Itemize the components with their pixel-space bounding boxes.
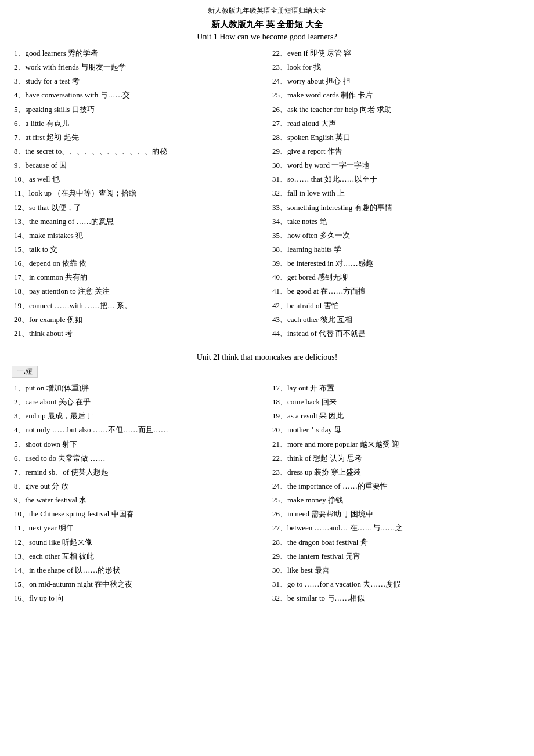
list-item: 13、each other 互相 彼此 <box>12 549 264 563</box>
list-item: 30、like best 最喜 <box>270 563 522 577</box>
list-item: 15、talk to 交 <box>12 243 264 256</box>
list-item: 4、not only ……but also ……不但……而且…… <box>12 423 264 437</box>
list-item: 11、next year 明年 <box>12 521 264 535</box>
list-item: 29、the lantern festival 元宵 <box>270 549 522 563</box>
section-divider <box>12 348 522 348</box>
list-item: 6、used to do 去常常做 …… <box>12 451 264 465</box>
list-item: 34、take notes 笔 <box>270 215 522 229</box>
list-item: 3、study for a test 考 <box>12 74 264 88</box>
list-item: 25、make word cards 制作 卡片 <box>270 88 522 102</box>
list-item: 11、look up （在典中等）查阅；拾瞻 <box>12 186 264 200</box>
list-item: 33、something interesting 有趣的事情 <box>270 201 522 215</box>
list-item: 18、come back 回来 <box>270 395 522 409</box>
list-item: 22、think of 想起 认为 思考 <box>270 451 522 465</box>
list-item: 18、pay attention to 注意 关注 <box>12 284 264 298</box>
list-item: 13、the meaning of ……的意思 <box>12 215 264 229</box>
list-item: 35、how often 多久一次 <box>270 229 522 243</box>
list-item: 10、the Chinese spring festival 中国春 <box>12 507 264 521</box>
unit2-section-label: 一.短 <box>12 366 522 381</box>
list-item: 5、shoot down 射下 <box>12 437 264 451</box>
list-item: 26、ask the teacher for help 向老 求助 <box>270 103 522 117</box>
list-item: 31、so…… that 如此……以至于 <box>270 172 522 186</box>
list-item: 40、get bored 感到无聊 <box>270 270 522 284</box>
list-item: 8、give out 分 放 <box>12 479 264 493</box>
list-item: 7、remind sb、of 使某人想起 <box>12 465 264 479</box>
list-item: 22、even if 即使 尽管 容 <box>270 46 522 60</box>
unit2-content: 1、put on 增加(体重)胖2、care about 关心 在乎3、end … <box>12 381 522 605</box>
list-item: 12、so that 以便，了 <box>12 201 264 215</box>
list-item: 17、in common 共有的 <box>12 270 264 284</box>
list-item: 23、look for 找 <box>270 60 522 74</box>
list-item: 14、in the shape of 以……的形状 <box>12 563 264 577</box>
list-item: 1、good learners 秀的学者 <box>12 46 264 60</box>
list-item: 24、worry about 担心 担 <box>270 74 522 88</box>
list-item: 15、on mid-autumn night 在中秋之夜 <box>12 577 264 591</box>
list-item: 12、sound like 听起来像 <box>12 536 264 549</box>
list-item: 23、dress up 装扮 穿上盛装 <box>270 465 522 479</box>
unit2-title: Unit 2I think that mooncakes are delicio… <box>12 353 522 362</box>
list-item: 24、the importance of ……的重要性 <box>270 479 522 493</box>
list-item: 32、fall in love with 上 <box>270 186 522 200</box>
list-item: 16、fly up to 向 <box>12 591 264 605</box>
list-item: 16、depend on 依靠 依 <box>12 256 264 270</box>
list-item: 14、make mistakes 犯 <box>12 229 264 243</box>
list-item: 7、at first 起初 起先 <box>12 131 264 144</box>
list-item: 20、mother＇s day 母 <box>270 423 522 437</box>
list-item: 42、be afraid of 害怕 <box>270 299 522 313</box>
list-item: 4、have conversations with 与……交 <box>12 88 264 102</box>
list-item: 30、word by word 一字一字地 <box>270 158 522 172</box>
list-item: 10、as well 也 <box>12 172 264 186</box>
list-item: 9、the water festival 水 <box>12 493 264 507</box>
list-item: 5、speaking skills 口技巧 <box>12 103 264 117</box>
list-item: 6、a little 有点儿 <box>12 117 264 131</box>
list-item: 31、go to ……for a vacation 去……度假 <box>270 577 522 591</box>
list-item: 21、more and more popular 越来越受 迎 <box>270 437 522 451</box>
list-item: 2、work with friends 与朋友一起学 <box>12 60 264 74</box>
list-item: 25、make money 挣钱 <box>270 493 522 507</box>
list-item: 28、spoken English 英口 <box>270 131 522 144</box>
list-item: 41、be good at 在……方面擅 <box>270 284 522 298</box>
list-item: 27、read aloud 大声 <box>270 117 522 131</box>
list-item: 28、the dragon boat festival 舟 <box>270 536 522 549</box>
list-item: 20、for example 例如 <box>12 313 264 327</box>
list-item: 1、put on 增加(体重)胖 <box>12 381 264 395</box>
list-item: 38、learning habits 学 <box>270 243 522 256</box>
list-item: 21、think about 考 <box>12 327 264 341</box>
list-item: 43、each other 彼此 互相 <box>270 313 522 327</box>
page-header: 新人教版九年级英语全册短语归纳大全 <box>12 6 522 16</box>
list-item: 3、end up 最成，最后于 <box>12 409 264 423</box>
list-item: 9、because of 因 <box>12 158 264 172</box>
list-item: 39、be interested in 对……感趣 <box>270 256 522 270</box>
list-item: 29、give a report 作告 <box>270 144 522 158</box>
unit1-content: 1、good learners 秀的学者2、work with friends … <box>12 46 522 341</box>
list-item: 27、between ……and… 在……与……之 <box>270 521 522 535</box>
list-item: 8、the secret to、、、、、、、、、、、、的秘 <box>12 144 264 158</box>
list-item: 19、as a result 果 因此 <box>270 409 522 423</box>
list-item: 17、lay out 开 布置 <box>270 381 522 395</box>
list-item: 19、connect ……with ……把… 系。 <box>12 299 264 313</box>
list-item: 32、be similar to 与……相似 <box>270 591 522 605</box>
unit1-title: Unit 1 How can we become good learners? <box>12 32 522 42</box>
list-item: 44、instead of 代替 而不就是 <box>270 327 522 341</box>
list-item: 2、care about 关心 在乎 <box>12 395 264 409</box>
list-item: 26、in need 需要帮助 于困境中 <box>270 507 522 521</box>
doc-title: 新人教版九年 英 全册短 大全 <box>12 19 522 30</box>
